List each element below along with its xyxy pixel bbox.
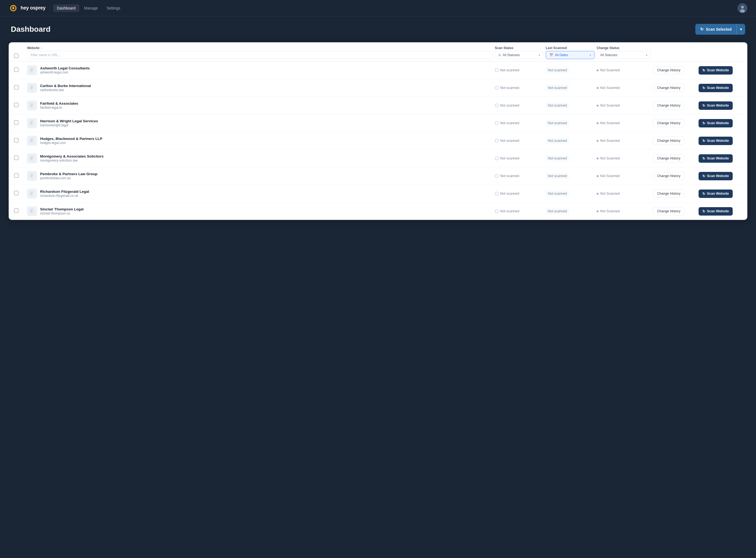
site-name-8: Richardson Fitzgerald Legal bbox=[40, 189, 89, 194]
site-info-1: Ashworth Legal Consultants ashworth-lega… bbox=[27, 65, 493, 75]
change-history-cell-4: Change History bbox=[653, 119, 696, 127]
site-url-6: montgomery-solicitors.law bbox=[40, 159, 104, 162]
change-history-button-7[interactable]: Change History bbox=[653, 172, 684, 180]
scan-status-text-6: Not scanned bbox=[500, 156, 519, 160]
select-all-checkbox[interactable] bbox=[14, 54, 19, 58]
change-status-text-4: Not Scanned bbox=[600, 121, 620, 125]
last-scanned-filter[interactable]: 📅 All Dates ▾ bbox=[546, 51, 594, 59]
row-checkbox-3[interactable] bbox=[14, 103, 19, 107]
svg-rect-22 bbox=[30, 106, 32, 107]
avatar[interactable] bbox=[737, 3, 747, 13]
scan-website-button-5[interactable]: ↻ Scan Website bbox=[699, 137, 733, 145]
scan-website-cell-9: ↻ Scan Website bbox=[699, 207, 742, 215]
change-history-button-2[interactable]: Change History bbox=[653, 84, 684, 92]
change-history-button-4[interactable]: Change History bbox=[653, 119, 684, 127]
svg-point-4 bbox=[741, 6, 744, 9]
last-scanned-text-9: Not scanned bbox=[546, 208, 569, 214]
site-text-4: Harrison & Wright Legal Services harriso… bbox=[40, 119, 98, 127]
scan-status-text-8: Not scanned bbox=[500, 192, 519, 196]
svg-rect-37 bbox=[30, 157, 33, 157]
refresh-icon: ↻ bbox=[702, 121, 705, 125]
row-checkbox-4[interactable] bbox=[14, 120, 19, 125]
row-checkbox-9[interactable] bbox=[14, 208, 19, 213]
nav-link-manage[interactable]: Manage bbox=[80, 4, 102, 12]
row-checkbox-cell bbox=[14, 85, 25, 91]
logo-icon bbox=[9, 3, 18, 13]
refresh-icon: ↻ bbox=[702, 174, 705, 178]
scan-website-button-8[interactable]: ↻ Scan Website bbox=[699, 189, 733, 198]
row-checkbox-6[interactable] bbox=[14, 156, 19, 160]
row-checkbox-8[interactable] bbox=[14, 191, 19, 195]
last-scanned-text-8: Not scanned bbox=[546, 191, 569, 197]
site-url-7: pembrokelaw.com.au bbox=[40, 176, 98, 180]
site-text-3: Fairfield & Associates fairfield-legal.i… bbox=[40, 101, 78, 109]
nav-links: Dashboard Manage Settings bbox=[53, 4, 737, 12]
row-checkbox-1[interactable] bbox=[14, 68, 19, 72]
row-checkbox-5[interactable] bbox=[14, 138, 19, 142]
last-scanned-text-7: Not scanned bbox=[546, 173, 569, 179]
header-checkbox-cell bbox=[14, 54, 25, 59]
change-status-col-label: Change Status bbox=[597, 46, 651, 50]
scan-status-filter[interactable]: ⊖ All Statuses ▾ bbox=[495, 51, 544, 59]
scan-website-button-9[interactable]: ↻ Scan Website bbox=[699, 207, 733, 215]
change-status-filter[interactable]: All Statuses ▾ bbox=[597, 51, 651, 59]
svg-rect-14 bbox=[30, 87, 33, 87]
change-history-button-9[interactable]: Change History bbox=[653, 207, 684, 215]
site-url-1: ashworth-legal.com bbox=[40, 71, 90, 74]
scan-status-cell-2: Not scanned bbox=[495, 86, 544, 90]
svg-point-5 bbox=[740, 9, 745, 12]
site-name-6: Montgomery & Associates Solicitors bbox=[40, 154, 104, 158]
change-status-column-header: Change Status All Statuses ▾ bbox=[597, 46, 651, 59]
scan-status-col-label: Scan Status bbox=[495, 46, 544, 50]
table-card: Website ↑ Scan Status ⊖ All Statuses ▾ L… bbox=[9, 42, 747, 220]
change-status-text-9: Not Scanned bbox=[600, 209, 620, 213]
nav-link-settings[interactable]: Settings bbox=[103, 4, 124, 12]
site-info-5: Hodges, Blackwood & Partners LLP hodges-… bbox=[27, 136, 493, 146]
change-status-cell-9: Not Scanned bbox=[597, 209, 651, 213]
chevron-down-icon: ▾ bbox=[590, 54, 591, 57]
scan-website-button-3[interactable]: ↻ Scan Website bbox=[699, 101, 733, 110]
scan-website-button-2[interactable]: ↻ Scan Website bbox=[699, 84, 733, 92]
change-history-button-8[interactable]: Change History bbox=[653, 189, 684, 198]
scan-website-button-6[interactable]: ↻ Scan Website bbox=[699, 154, 733, 163]
site-info-8: Richardson Fitzgerald Legal richardson-f… bbox=[27, 189, 493, 199]
site-icon-4 bbox=[27, 118, 37, 128]
scan-website-cell-3: ↻ Scan Website bbox=[699, 101, 742, 110]
refresh-icon: ↻ bbox=[702, 209, 705, 213]
scan-status-text-3: Not scanned bbox=[500, 104, 519, 107]
logo[interactable]: hey osprey bbox=[9, 3, 46, 13]
change-history-button-5[interactable]: Change History bbox=[653, 137, 684, 145]
change-status-text-8: Not Scanned bbox=[600, 192, 620, 196]
last-scanned-cell-8: Not scanned bbox=[546, 191, 594, 197]
change-history-button-6[interactable]: Change History bbox=[653, 154, 684, 162]
change-status-text-7: Not Scanned bbox=[600, 174, 620, 178]
scan-website-button-7[interactable]: ↻ Scan Website bbox=[699, 172, 733, 180]
refresh-icon: ↻ bbox=[702, 68, 705, 72]
change-status-text-1: Not Scanned bbox=[600, 68, 620, 72]
row-checkbox-7[interactable] bbox=[14, 173, 19, 178]
table-row: Fairfield & Associates fairfield-legal.i… bbox=[9, 97, 747, 115]
row-checkbox-2[interactable] bbox=[14, 85, 19, 90]
change-history-button-1[interactable]: Change History bbox=[653, 66, 684, 74]
nav-link-dashboard[interactable]: Dashboard bbox=[53, 4, 79, 12]
table-row: Richardson Fitzgerald Legal richardson-f… bbox=[9, 185, 747, 203]
status-circle-icon bbox=[495, 174, 498, 178]
site-name-9: Sinclair Thompson Legal bbox=[40, 207, 84, 211]
svg-rect-43 bbox=[30, 174, 33, 175]
scan-website-button-4[interactable]: ↻ Scan Website bbox=[699, 119, 733, 127]
site-name-5: Hodges, Blackwood & Partners LLP bbox=[40, 137, 102, 141]
svg-rect-33 bbox=[30, 141, 32, 141]
table-row: Ashworth Legal Consultants ashworth-lega… bbox=[9, 61, 747, 79]
site-name-4: Harrison & Wright Legal Services bbox=[40, 119, 98, 123]
last-scanned-cell-7: Not scanned bbox=[546, 173, 594, 179]
scan-website-button-1[interactable]: ↻ Scan Website bbox=[699, 66, 733, 75]
refresh-icon: ↻ bbox=[700, 27, 704, 32]
scan-selected-button[interactable]: ↻ Scan Selected ▾ bbox=[695, 24, 745, 35]
document-icon bbox=[29, 120, 35, 126]
site-icon-9 bbox=[27, 206, 37, 216]
scan-website-label: Scan Website bbox=[707, 174, 729, 178]
change-history-button-3[interactable]: Change History bbox=[653, 101, 684, 109]
scan-selected-chevron[interactable]: ▾ bbox=[737, 24, 745, 35]
svg-rect-38 bbox=[30, 157, 33, 158]
website-filter-input[interactable] bbox=[27, 51, 493, 59]
